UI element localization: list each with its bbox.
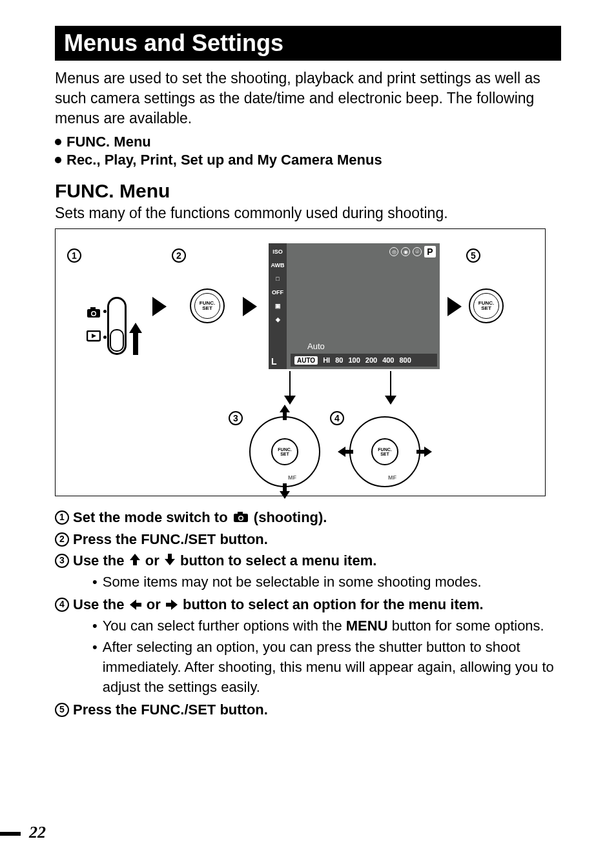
left-arrow-icon	[338, 447, 353, 459]
bar-val: 200	[365, 356, 377, 364]
callout-1: 1	[67, 248, 81, 263]
screen-size-indicator: L	[271, 356, 277, 367]
up-arrow-icon	[130, 551, 140, 571]
side-item: AWB	[271, 259, 285, 271]
step-number: 1	[55, 510, 69, 525]
step-text: Use the	[73, 596, 128, 612]
down-arrow-icon	[390, 371, 391, 403]
step-number: 4	[55, 598, 69, 612]
page-number: 22	[29, 823, 46, 842]
step-text: (shooting).	[254, 509, 327, 525]
mode-p-icon: P	[424, 246, 436, 257]
screen-option-bar: AUTO HI 80 100 200 400 800	[291, 354, 437, 367]
callout-4: 4	[330, 411, 344, 425]
camera-icon	[87, 307, 101, 321]
svg-marker-7	[280, 405, 290, 420]
top-icon: ⦾	[413, 247, 422, 256]
right-arrow-icon	[166, 596, 178, 616]
side-item: ISO	[272, 246, 283, 257]
func-label: FUNC.	[278, 447, 291, 452]
bar-val: 100	[348, 356, 360, 364]
bullet-label: Rec., Play, Print, Set up and My Camera …	[67, 152, 382, 168]
step-text: Press the FUNC./SET button.	[73, 701, 268, 718]
arrow-right-icon	[152, 297, 167, 316]
mf-label: MF	[388, 474, 396, 481]
mode-switch-illustration	[81, 297, 146, 361]
set-label: SET	[202, 306, 212, 311]
svg-point-14	[239, 516, 242, 520]
svg-marker-15	[130, 554, 140, 565]
callout-5: 5	[466, 248, 480, 263]
callout-2: 2	[172, 248, 186, 263]
svg-marker-18	[166, 600, 178, 610]
diagram: 1 2 5 3 4 FUNC. SET ISO AWB □ OFF	[55, 228, 546, 496]
side-item: ▣	[275, 300, 281, 312]
step-4-sub: You can select further options with the …	[92, 616, 561, 697]
step-text: Press the FUNC./SET button.	[73, 531, 268, 547]
arrow-right-icon	[243, 297, 257, 316]
bar-val: 800	[399, 356, 411, 364]
camera-icon	[233, 509, 249, 529]
svg-marker-17	[130, 600, 141, 610]
step-text: button to select a menu item.	[180, 552, 376, 569]
svg-marker-6	[129, 323, 142, 355]
up-arrow-icon	[129, 323, 142, 358]
svg-rect-12	[238, 512, 243, 515]
side-item: ◈	[276, 314, 280, 325]
side-item: □	[276, 273, 279, 285]
camera-screen: ISO AWB □ OFF ▣ ◈ L ◎ ◉ ⦾ P Auto AUTO HI…	[269, 243, 440, 369]
svg-point-3	[92, 312, 96, 316]
step-text: or	[145, 552, 163, 569]
set-label: SET	[481, 306, 491, 311]
right-arrow-icon	[416, 447, 432, 459]
top-icon: ◉	[401, 247, 410, 256]
steps-list: 1 Set the mode switch to (shooting). 2 P…	[55, 508, 561, 720]
func-set-button: FUNC. SET	[190, 288, 225, 323]
step-4: 4 Use the or button to select an option …	[55, 595, 561, 699]
bullet-label: FUNC. Menu	[67, 134, 151, 150]
svg-marker-9	[338, 447, 353, 457]
section-subtext: Sets many of the functions commonly used…	[55, 205, 561, 222]
sub-text: Some items may not be selectable in some…	[103, 572, 482, 592]
step-1: 1 Set the mode switch to (shooting).	[55, 508, 561, 529]
step-text: or	[147, 596, 165, 612]
down-arrow-icon	[289, 371, 291, 403]
svg-marker-10	[416, 447, 432, 457]
step-text: button to select an option for the menu …	[183, 596, 484, 612]
callout-3: 3	[229, 411, 243, 425]
func-label: FUNC.	[378, 447, 391, 452]
intro-text: Menus are used to set the shooting, play…	[55, 68, 561, 128]
set-label: SET	[280, 452, 289, 456]
step-5: 5 Press the FUNC./SET button.	[55, 700, 561, 720]
screen-top-icons: ◎ ◉ ⦾ P	[389, 246, 436, 257]
dpad-vertical: FUNC. SET MF	[249, 416, 320, 487]
step-number: 5	[55, 703, 69, 717]
page-title: Menus and Settings	[55, 26, 561, 61]
bullet-other-menus: Rec., Play, Print, Set up and My Camera …	[55, 152, 561, 168]
step-text: Use the	[73, 552, 128, 569]
bullet-func-menu: FUNC. Menu	[55, 134, 561, 150]
playback-icon	[87, 330, 101, 345]
set-label: SET	[380, 452, 389, 456]
step-number: 3	[55, 554, 69, 568]
bullet-dot-icon	[55, 157, 61, 163]
func-set-button: FUNC. SET	[469, 288, 504, 323]
step-3-sub: Some items may not be selectable in some…	[92, 572, 561, 592]
bar-val: HI	[323, 356, 330, 364]
page-edge-tab	[0, 832, 21, 836]
screen-sidebar: ISO AWB □ OFF ▣ ◈	[269, 243, 287, 369]
bullet-dot-icon	[55, 139, 61, 145]
bar-val: 400	[382, 356, 394, 364]
down-arrow-icon	[165, 551, 175, 571]
mf-label: MF	[288, 474, 296, 481]
sub-text: After selecting an option, you can press…	[103, 638, 561, 697]
side-item: OFF	[272, 287, 283, 298]
svg-rect-1	[90, 307, 96, 310]
left-arrow-icon	[130, 596, 141, 616]
arrow-right-icon	[447, 297, 462, 316]
dpad-horizontal: FUNC. SET MF	[349, 416, 420, 487]
screen-option-label: Auto	[307, 341, 325, 351]
svg-marker-5	[92, 334, 96, 338]
step-2: 2 Press the FUNC./SET button.	[55, 530, 561, 550]
auto-chip: AUTO	[294, 356, 318, 365]
